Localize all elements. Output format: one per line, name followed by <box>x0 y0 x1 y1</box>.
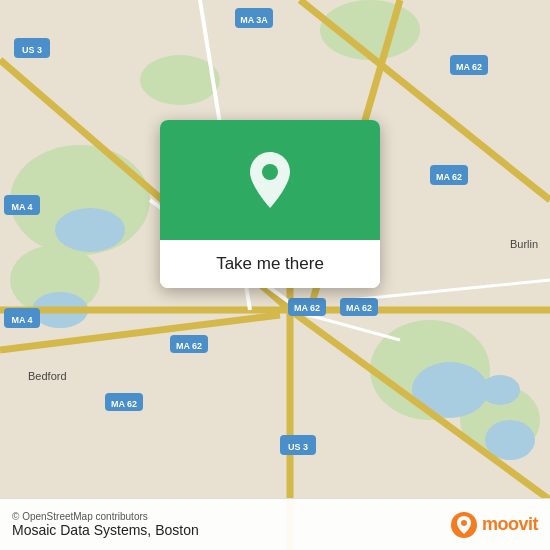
footer-left: © OpenStreetMap contributors Mosaic Data… <box>12 511 199 538</box>
svg-text:MA 62: MA 62 <box>436 172 462 182</box>
svg-text:MA 3A: MA 3A <box>240 15 268 25</box>
svg-text:Burlin: Burlin <box>510 238 538 250</box>
svg-text:Bedford: Bedford <box>28 370 67 382</box>
location-pin-icon <box>246 150 294 210</box>
take-me-there-button[interactable]: Take me there <box>160 240 380 288</box>
svg-point-6 <box>140 55 220 105</box>
footer-bar: © OpenStreetMap contributors Mosaic Data… <box>0 498 550 550</box>
svg-point-47 <box>262 164 278 180</box>
moovit-text: moovit <box>482 514 538 535</box>
moovit-icon <box>450 511 478 539</box>
svg-text:MA 4: MA 4 <box>11 202 32 212</box>
map-container[interactable]: US 3 MA 3A MA 62 MA 62 MA 4 MA 62 MA 4 M… <box>0 0 550 550</box>
location-label: Mosaic Data Systems, Boston <box>12 522 199 538</box>
svg-text:MA 62: MA 62 <box>111 399 137 409</box>
svg-text:MA 62: MA 62 <box>346 303 372 313</box>
svg-point-7 <box>55 208 125 252</box>
svg-point-49 <box>461 520 467 526</box>
osm-attribution: © OpenStreetMap contributors <box>12 511 199 522</box>
svg-text:US 3: US 3 <box>22 45 42 55</box>
svg-text:US 3: US 3 <box>288 442 308 452</box>
popup-card: Take me there <box>160 120 380 288</box>
svg-text:MA 4: MA 4 <box>11 315 32 325</box>
moovit-logo: moovit <box>450 511 538 539</box>
svg-text:MA 62: MA 62 <box>176 341 202 351</box>
popup-header <box>160 120 380 240</box>
svg-text:MA 62: MA 62 <box>456 62 482 72</box>
svg-point-11 <box>480 375 520 405</box>
svg-text:MA 62: MA 62 <box>294 303 320 313</box>
